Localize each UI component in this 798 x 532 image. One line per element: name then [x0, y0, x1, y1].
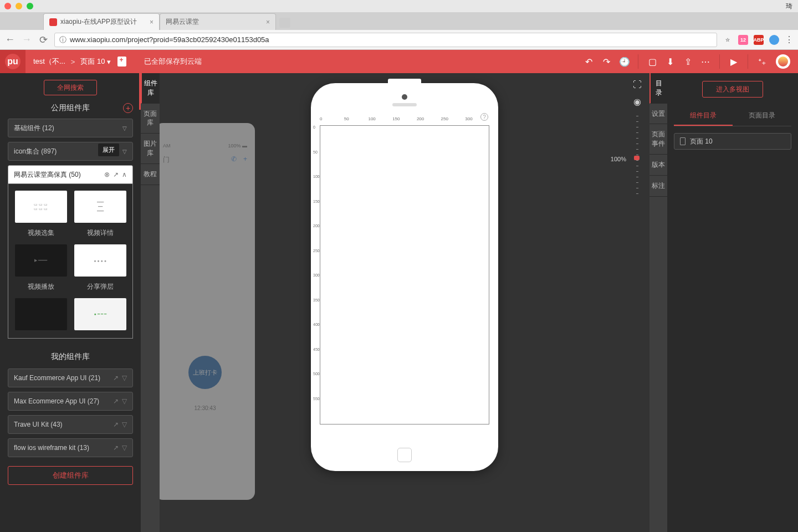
- open-lib-icon[interactable]: ↗: [113, 171, 119, 178]
- user-avatar[interactable]: [776, 54, 790, 69]
- zoom-slider[interactable]: [636, 116, 638, 199]
- project-name[interactable]: test（不...: [33, 57, 65, 66]
- close-tab-icon[interactable]: ×: [266, 18, 270, 26]
- mac-minimize-dot[interactable]: [16, 3, 22, 9]
- mini-tab-images[interactable]: 图片库: [141, 134, 160, 164]
- lib-row-label: 基础组件 (12): [14, 124, 54, 133]
- save-icon[interactable]: ▢: [647, 57, 657, 67]
- outline-page-item[interactable]: 页面 10: [674, 133, 791, 150]
- my-lib-row[interactable]: Kauf Ecommerce App UI (21) ↗▽: [8, 369, 133, 387]
- ghost-device: AM100% ▬ 门✆+ 上班打卡 12:30:43: [160, 123, 255, 500]
- lib-row-netease[interactable]: 网易云课堂高保真 (50) ⊗ ↗ ∧: [8, 165, 133, 184]
- download-icon[interactable]: ⬇: [665, 57, 675, 67]
- favicon-piu-icon: [49, 18, 57, 26]
- share-icon[interactable]: ⇪: [683, 57, 693, 67]
- history-icon[interactable]: 🕘: [619, 57, 629, 67]
- page-icon: [680, 137, 686, 145]
- tab-title: 网易云课堂: [166, 17, 199, 27]
- tab-page-outline[interactable]: 页面目录: [733, 106, 791, 126]
- multi-view-button[interactable]: 进入多视图: [702, 81, 763, 98]
- tab-title: xiaopiu-在线APP原型设计: [60, 17, 137, 27]
- extension-abp-icon[interactable]: ABP: [754, 35, 764, 45]
- browser-tab-active[interactable]: xiaopiu-在线APP原型设计 ×: [43, 13, 160, 30]
- mini-tab-events[interactable]: 页面事件: [649, 124, 667, 155]
- lib-row-label: icon集合 (897): [14, 147, 57, 156]
- bookmark-star-icon[interactable]: ☆: [723, 35, 733, 45]
- component-item[interactable]: ● ● ● ● 分享弹层: [72, 244, 128, 295]
- component-thumb: ▭ ▭ ▭▭ ▭ ▭: [15, 191, 67, 223]
- expand-tooltip: 展开: [98, 144, 119, 156]
- left-panel: 全网搜索 公用组件库 + 基础组件 (12) ▽ icon集合 (897) 展开…: [0, 73, 141, 532]
- fullscreen-icon[interactable]: ⛶: [633, 80, 642, 90]
- open-lib-icon[interactable]: ↗: [113, 421, 119, 428]
- component-thumb: ▶ ━━━━: [15, 244, 67, 277]
- chevron-down-icon: ▽: [122, 444, 127, 452]
- mini-tab-tutorial[interactable]: 教程: [141, 164, 160, 185]
- close-tab-icon[interactable]: ×: [150, 18, 154, 26]
- ghost-clock: 12:30:43: [160, 405, 255, 411]
- component-label: 视频详情: [87, 228, 114, 238]
- canvas[interactable]: AM100% ▬ 门✆+ 上班打卡 12:30:43 ? 05010015020…: [160, 73, 649, 532]
- open-lib-icon[interactable]: ↗: [113, 397, 119, 405]
- page-dropdown[interactable]: 页面 10 ▾: [80, 57, 111, 66]
- lib-row-icons[interactable]: icon集合 (897) 展开 ▽: [8, 142, 133, 161]
- open-lib-icon[interactable]: ↗: [113, 374, 119, 382]
- reload-button[interactable]: ⟳: [38, 34, 49, 46]
- device-screen[interactable]: [320, 125, 489, 424]
- mac-zoom-dot[interactable]: [27, 3, 33, 9]
- public-lib-header: 公用组件库 +: [8, 103, 133, 113]
- component-label: 分享弹层: [87, 282, 114, 291]
- zoom-handle[interactable]: [634, 156, 640, 160]
- tab-component-outline[interactable]: 组件目录: [674, 106, 733, 126]
- add-collaborator-icon[interactable]: ᐩ₊: [757, 57, 767, 67]
- new-tab-button[interactable]: [279, 18, 290, 28]
- component-item[interactable]: ▭ ▭ ▭▭ ▭ ▭ 视频选集: [13, 191, 69, 241]
- workspace: 全网搜索 公用组件库 + 基础组件 (12) ▽ icon集合 (897) 展开…: [0, 73, 798, 532]
- remove-lib-icon[interactable]: ⊗: [104, 171, 110, 178]
- url-text: www.xiaopiu.com/project?proid=59a3cb0259…: [70, 35, 269, 44]
- undo-icon[interactable]: ↶: [584, 57, 594, 67]
- mini-tab-outline[interactable]: 目录: [649, 73, 667, 104]
- add-page-icon[interactable]: [117, 57, 126, 66]
- my-lib-row[interactable]: flow ios wireframe kit (13) ↗▽: [8, 438, 133, 457]
- lib-row-basic[interactable]: 基础组件 (12) ▽: [8, 119, 133, 137]
- breadcrumb-sep: >: [71, 58, 75, 66]
- browser-address-bar: ← → ⟳ ⓘ www.xiaopiu.com/project?proid=59…: [0, 30, 798, 50]
- create-library-button[interactable]: 创建组件库: [8, 466, 133, 485]
- plus-icon: +: [243, 155, 247, 165]
- component-item[interactable]: ▶ ━━━━ 视频播放: [13, 244, 69, 295]
- open-lib-icon[interactable]: ↗: [113, 444, 119, 452]
- back-button[interactable]: ←: [4, 34, 16, 45]
- add-library-icon[interactable]: +: [123, 103, 133, 113]
- lib-components-grid: ▭ ▭ ▭▭ ▭ ▭ 视频选集 ━━━━━━━━ 视频详情 ▶ ━━━━ 视频播…: [8, 184, 133, 339]
- mini-tab-components[interactable]: 组件库: [141, 73, 160, 104]
- url-input[interactable]: ⓘ www.xiaopiu.com/project?proid=59a3cb02…: [54, 33, 717, 47]
- my-lib-row[interactable]: Max Ecommerce App UI (27) ↗▽: [8, 392, 133, 411]
- global-search-button[interactable]: 全网搜索: [44, 80, 97, 95]
- component-item[interactable]: ━━━━━━━━ 视频详情: [72, 191, 128, 241]
- right-panel: 进入多视图 组件目录 页面目录 页面 10: [667, 73, 798, 532]
- current-page-label: 页面 10: [80, 57, 105, 66]
- mini-tab-annotations[interactable]: 标注: [649, 176, 667, 197]
- preview-eye-icon[interactable]: ◉: [633, 96, 641, 107]
- my-lib-title: 我的组件库: [8, 352, 133, 362]
- site-info-icon[interactable]: ⓘ: [59, 35, 66, 45]
- component-item[interactable]: ● ━ ━ ━: [72, 298, 128, 334]
- mini-tab-settings[interactable]: 设置: [649, 104, 667, 125]
- extension-calendar-icon[interactable]: 12: [738, 35, 748, 45]
- play-button[interactable]: ▶: [729, 57, 739, 67]
- chevron-up-icon[interactable]: ∧: [122, 171, 127, 178]
- more-icon[interactable]: ⋯: [700, 57, 710, 67]
- browser-menu-icon[interactable]: ⋮: [785, 34, 794, 45]
- redo-icon[interactable]: ↷: [601, 57, 611, 67]
- component-item[interactable]: [13, 298, 69, 334]
- mini-tab-versions[interactable]: 版本: [649, 155, 667, 176]
- mini-tab-pages[interactable]: 页面库: [141, 104, 160, 134]
- extension-blue-icon[interactable]: [769, 35, 779, 45]
- component-label: 视频播放: [28, 282, 54, 291]
- public-lib-title: 公用组件库: [51, 103, 90, 113]
- my-lib-row[interactable]: Trave UI Kit (43) ↗▽: [8, 415, 133, 434]
- app-logo[interactable]: pu: [0, 50, 25, 73]
- browser-tab-inactive[interactable]: 网易云课堂 ×: [160, 13, 276, 30]
- mac-close-dot[interactable]: [4, 3, 11, 9]
